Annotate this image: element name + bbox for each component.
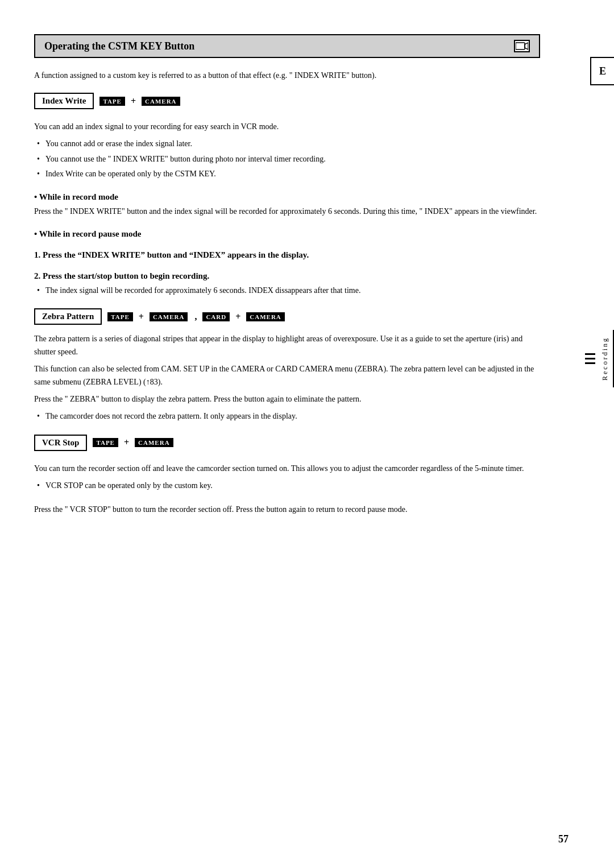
tape-badge-3: TAPE bbox=[93, 438, 118, 447]
numbered-2-block: 2. Press the start/stop button to begin … bbox=[34, 271, 540, 297]
zebra-body-3: Press the " ZEBRA" button to display the… bbox=[34, 393, 540, 406]
index-write-body-text: You can add an index signal to your reco… bbox=[34, 121, 540, 133]
plus-3: + bbox=[235, 312, 240, 322]
intro-text: A function assigned to a custom key is r… bbox=[34, 69, 540, 81]
numbered-2-text: 2. Press the start/stop button to begin … bbox=[34, 271, 540, 281]
camera-icon bbox=[516, 42, 528, 51]
zebra-body-block: The zebra pattern is a series of diagona… bbox=[34, 333, 540, 423]
section-title: Operating the CSTM KEY Button bbox=[44, 40, 194, 52]
intro-block: A function assigned to a custom key is r… bbox=[34, 69, 540, 81]
index-write-bullet-3: Index Write can be operated only by the … bbox=[34, 168, 540, 180]
plus-4: + bbox=[124, 437, 129, 448]
numbered-1-text: 1. Press the “INDEX WRITE” button and “I… bbox=[34, 250, 540, 260]
vcr-stop-body-1: You can turn the recorder section off an… bbox=[34, 462, 540, 475]
zebra-label: Zebra Pattern bbox=[34, 308, 102, 325]
svg-rect-0 bbox=[516, 43, 525, 49]
zebra-body-1: The zebra pattern is a series of diagona… bbox=[34, 333, 540, 358]
zebra-body-2: This function can also be selected from … bbox=[34, 363, 540, 388]
section-icon bbox=[514, 40, 530, 52]
plus-2: + bbox=[139, 312, 144, 322]
camera-badge-4: CAMERA bbox=[135, 438, 173, 447]
while-record-heading: While in record mode bbox=[34, 192, 540, 202]
while-record-block: While in record mode Press the " INDEX W… bbox=[34, 192, 540, 218]
section-header: Operating the CSTM KEY Button bbox=[34, 34, 540, 58]
recording-line3 bbox=[585, 362, 595, 364]
vcr-stop-body-2: Press the " VCR STOP" button to turn the… bbox=[34, 503, 540, 516]
vcr-stop-body2-block: Press the " VCR STOP" button to turn the… bbox=[34, 503, 540, 516]
recording-line2 bbox=[585, 358, 595, 359]
e-tab: E bbox=[590, 57, 614, 85]
content-area: Operating the CSTM KEY Button A function… bbox=[34, 34, 569, 516]
vcr-stop-label: VCR Stop bbox=[34, 435, 87, 451]
tape-badge-2: TAPE bbox=[107, 312, 133, 321]
page-container: E Recording Operating the CSTM KEY Butto… bbox=[0, 0, 614, 868]
while-record-body: Press the " INDEX WRITE" button and the … bbox=[34, 205, 540, 218]
numbered-1-block: 1. Press the “INDEX WRITE” button and “I… bbox=[34, 250, 540, 260]
vcr-stop-body-block: You can turn the recorder section off an… bbox=[34, 462, 540, 493]
plus-1: + bbox=[131, 96, 136, 106]
svg-marker-1 bbox=[525, 43, 528, 49]
zebra-bullet: The camcorder does not record the zebra … bbox=[34, 410, 540, 423]
numbered-2-bullet: The index signal will be recorded for ap… bbox=[34, 284, 540, 297]
card-badge: CARD bbox=[202, 312, 230, 321]
index-write-bullet-1: You cannot add or erase the index signal… bbox=[34, 138, 540, 150]
zebra-row: Zebra Pattern TAPE + CAMERA , CARD + CAM… bbox=[34, 308, 540, 325]
tape-badge-1: TAPE bbox=[99, 97, 125, 106]
zebra-row-wrapper: Zebra Pattern TAPE + CAMERA , CARD + CAM… bbox=[34, 308, 540, 325]
index-write-bullet-2: You cannot use the " INDEX WRITE" button… bbox=[34, 153, 540, 166]
page-number: 57 bbox=[558, 833, 569, 845]
camera-badge-1: CAMERA bbox=[142, 97, 180, 106]
recording-line1 bbox=[585, 353, 595, 355]
vcr-stop-row: VCR Stop TAPE + CAMERA bbox=[34, 435, 540, 451]
index-write-label: Index Write bbox=[34, 93, 94, 109]
index-write-row: Index Write TAPE + CAMERA bbox=[34, 93, 540, 109]
recording-label: Recording bbox=[598, 330, 614, 387]
e-tab-letter: E bbox=[599, 65, 606, 77]
while-pause-block: While in record pause mode bbox=[34, 229, 540, 239]
camera-badge-2: CAMERA bbox=[150, 312, 188, 321]
index-write-body: You can add an index signal to your reco… bbox=[34, 121, 540, 181]
camera-badge-3: CAMERA bbox=[246, 312, 285, 321]
comma-sep: , bbox=[194, 312, 197, 322]
vcr-stop-bullet: VCR STOP can be operated only by the cus… bbox=[34, 480, 540, 492]
while-pause-heading: While in record pause mode bbox=[34, 229, 540, 239]
